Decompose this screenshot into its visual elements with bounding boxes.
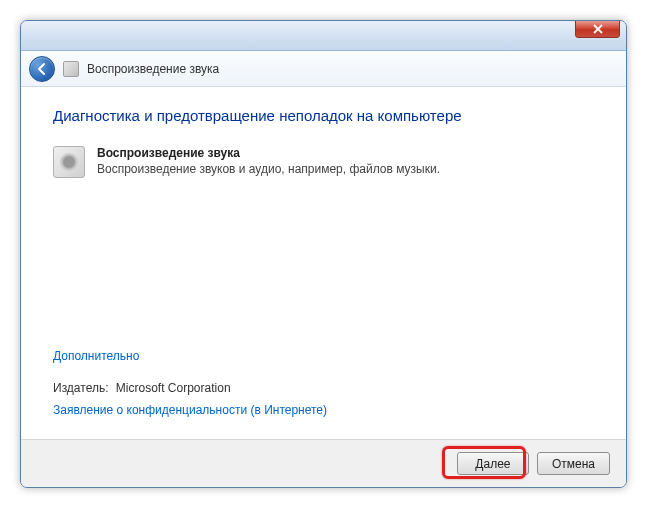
item-description: Воспроизведение звуков и аудио, например… xyxy=(97,162,594,176)
back-arrow-icon xyxy=(35,62,49,76)
close-button[interactable] xyxy=(575,20,620,38)
item-title: Воспроизведение звука xyxy=(97,146,594,160)
next-button[interactable]: Далее xyxy=(457,452,529,475)
troubleshooter-dialog: Воспроизведение звука Диагностика и пред… xyxy=(20,20,627,488)
advanced-link[interactable]: Дополнительно xyxy=(53,349,139,363)
item-text: Воспроизведение звука Воспроизведение зв… xyxy=(97,146,594,178)
sound-icon xyxy=(53,146,85,178)
publisher-value: Microsoft Corporation xyxy=(116,381,231,395)
privacy-statement-link[interactable]: Заявление о конфиденциальности (в Интерн… xyxy=(53,403,327,417)
titlebar xyxy=(21,21,626,51)
header-bar: Воспроизведение звука xyxy=(21,51,626,87)
publisher-label: Издатель: xyxy=(53,381,109,395)
close-icon xyxy=(593,24,603,34)
page-title: Диагностика и предотвращение неполадок н… xyxy=(53,107,594,124)
cancel-button[interactable]: Отмена xyxy=(537,452,610,475)
window-title: Воспроизведение звука xyxy=(87,62,219,76)
back-button[interactable] xyxy=(29,56,55,82)
troubleshoot-item: Воспроизведение звука Воспроизведение зв… xyxy=(53,146,594,178)
button-bar: Далее Отмена xyxy=(21,439,626,487)
publisher-row: Издатель: Microsoft Corporation xyxy=(53,381,231,395)
content-area: Диагностика и предотвращение неполадок н… xyxy=(21,87,626,439)
troubleshooter-icon xyxy=(63,61,79,77)
